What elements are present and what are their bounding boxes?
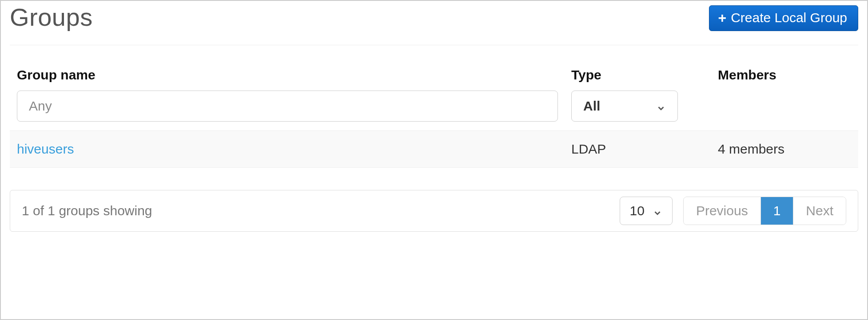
rows-showing-status: 1 of 1 groups showing xyxy=(22,203,609,218)
table-header-row: Group name Type All Members xyxy=(10,67,858,122)
pager-previous-button[interactable]: Previous xyxy=(684,197,761,225)
col-members: Members xyxy=(718,67,851,91)
create-local-group-button[interactable]: + Create Local Group xyxy=(709,5,859,31)
col-group-name: Group name xyxy=(17,67,558,122)
table-body: hiveusers LDAP 4 members xyxy=(10,130,858,168)
page-size-value: 10 xyxy=(630,203,645,218)
group-name-filter-input[interactable] xyxy=(17,91,558,122)
group-members-cell: 4 members xyxy=(718,142,784,156)
create-button-label: Create Local Group xyxy=(731,10,847,25)
groups-page: Groups + Create Local Group Group name T… xyxy=(0,0,868,320)
group-name-link[interactable]: hiveusers xyxy=(17,142,74,156)
group-type-cell: LDAP xyxy=(571,142,606,156)
th-type: Type xyxy=(571,67,705,83)
type-filter-value: All xyxy=(583,99,600,114)
table-row: hiveusers LDAP 4 members xyxy=(10,130,858,168)
type-filter-select[interactable]: All xyxy=(571,91,678,122)
pager-next-button[interactable]: Next xyxy=(793,197,846,225)
chevron-down-icon xyxy=(653,206,662,216)
page-size-select[interactable]: 10 xyxy=(620,197,673,225)
table-footer: 1 of 1 groups showing 10 Previous 1 Next xyxy=(10,190,858,232)
th-members: Members xyxy=(718,67,851,83)
pagination: Previous 1 Next xyxy=(683,197,846,225)
groups-table: Group name Type All Members hiveusers xyxy=(10,67,858,168)
plus-icon: + xyxy=(718,11,727,25)
pager-page-1-button[interactable]: 1 xyxy=(761,197,794,225)
th-group-name: Group name xyxy=(17,67,558,83)
page-header: Groups + Create Local Group xyxy=(10,1,858,45)
chevron-down-icon xyxy=(656,101,666,111)
col-type: Type All xyxy=(571,67,705,122)
page-title: Groups xyxy=(10,3,93,32)
